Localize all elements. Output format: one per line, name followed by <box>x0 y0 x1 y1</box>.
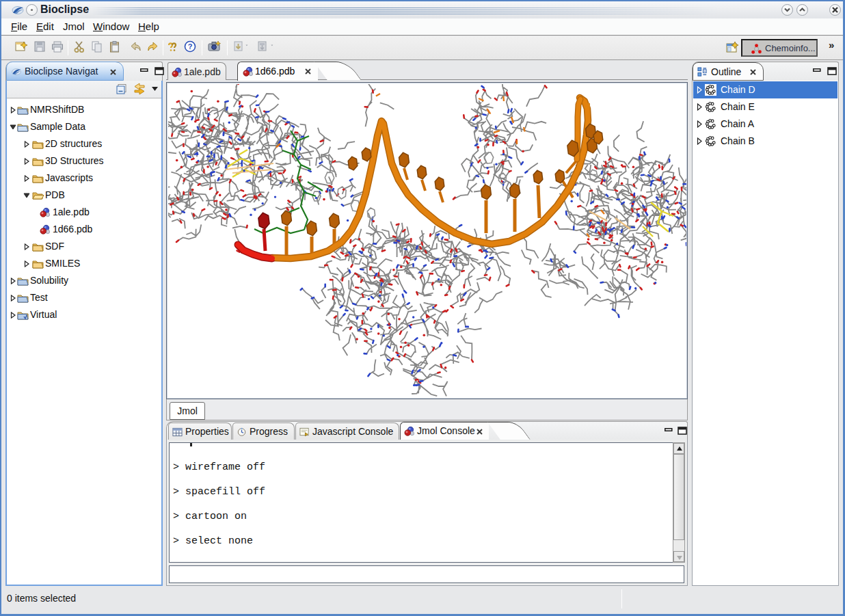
svg-text:?: ? <box>188 42 193 51</box>
